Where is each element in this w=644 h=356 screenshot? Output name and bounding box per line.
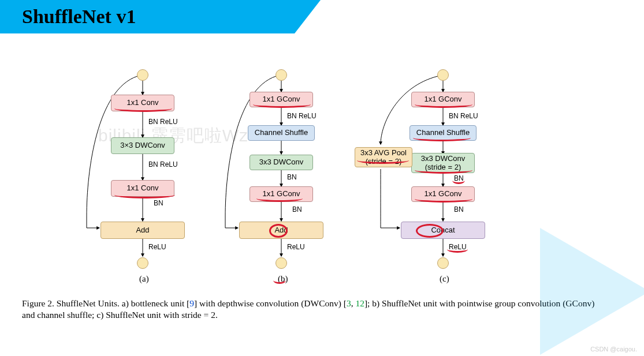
label-bn-relu: BN ReLU [148,160,178,168]
ref-link: 12 [355,298,364,308]
annotation-circle [269,224,288,238]
label-bn-relu: BN ReLU [449,112,478,120]
box-add: Add [100,222,185,239]
ref-link: 3 [347,298,351,308]
credit-text: CSDN @caigou. [590,346,637,353]
box-3x3-dwconv: 3x3 DWConv [250,155,313,170]
box-1x1-conv: 1x1 Conv [111,180,174,197]
box-channel-shuffle: Channel Shuffle [248,125,315,141]
label-bn-relu: BN ReLU [148,118,178,126]
subfig-label-c: (c) [440,274,449,284]
output-node-a [137,257,148,269]
label-bn-relu: BN ReLU [287,112,317,120]
label-bn: BN [454,205,464,213]
subfig-label-a: (a) [139,274,149,284]
output-node-b [276,257,287,269]
figure-caption: Figure 2. ShuffleNet Units. a) bottlenec… [22,298,609,321]
label-bn: BN [154,199,163,207]
label-relu: ReLU [148,243,166,251]
header-bar: ShuffleNet v1 [0,0,295,33]
ref-link: 9 [189,298,194,308]
caption-text: Figure 2. ShuffleNet Units. a) bottlenec… [22,298,189,308]
caption-text: ] with depthwise convolution (DWConv) [ [194,298,347,308]
input-node-a [137,69,148,81]
page-title: ShuffleNet v1 [0,0,295,28]
label-bn: BN [287,173,297,181]
box-3x3-dwconv: 3×3 DWConv [111,137,174,154]
decorative-chevron [540,228,644,355]
box-avg-pool: 3x3 AVG Pool (stride = 2) [355,147,412,167]
label-bn: BN [292,205,302,213]
input-node-b [276,69,287,81]
input-node-c [437,69,449,81]
annotation-circle [416,224,444,238]
output-node-c [437,257,449,269]
label-relu: ReLU [287,243,305,251]
